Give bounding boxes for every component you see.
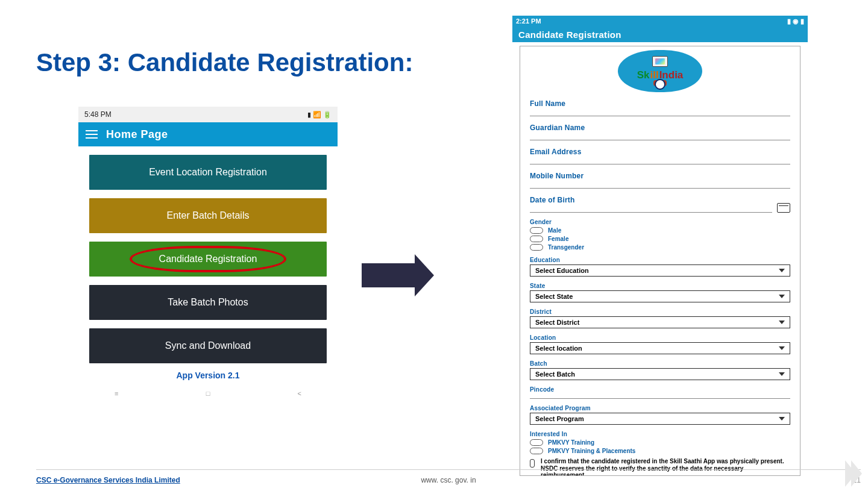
education-select[interactable]: Select Education: [530, 264, 790, 277]
interest-training[interactable]: PMKVY Training: [530, 439, 790, 446]
select-value: Select location: [535, 345, 582, 352]
tile-sync-download[interactable]: Sync and Download: [89, 328, 327, 363]
radio-icon: [530, 439, 543, 446]
app-version: App Version 2.1: [78, 367, 338, 387]
footer-org: CSC e-Governance Services India Limited: [36, 476, 180, 484]
hamburger-icon[interactable]: [86, 130, 98, 139]
location-select[interactable]: Select location: [530, 342, 790, 354]
guardian-input[interactable]: [530, 132, 790, 140]
pincode-input[interactable]: [530, 393, 790, 399]
label-district: District: [530, 308, 790, 315]
radio-icon: [530, 244, 543, 251]
label-program: Associated Program: [530, 405, 790, 411]
label-mobile: Mobile Number: [530, 172, 790, 180]
phone-registration: 2:21 PM ▮ ◉ ▮ Candidate Registration Ski…: [512, 16, 808, 480]
flow-arrow-icon: [362, 254, 434, 296]
nav-home-icon[interactable]: □: [206, 390, 210, 397]
tile-label: Enter Batch Details: [167, 210, 250, 221]
label-interest: Interested In: [530, 431, 790, 437]
tile-batch-details[interactable]: Enter Batch Details: [89, 198, 327, 233]
select-value: Select Education: [535, 267, 589, 274]
calendar-icon[interactable]: [777, 203, 790, 213]
status-time: 5:48 PM: [84, 110, 112, 119]
phone-home: 5:48 PM ▮📶🔋 Home Page Event Location Reg…: [78, 107, 338, 401]
label-gender: Gender: [530, 219, 790, 225]
chevron-down-icon: [779, 295, 785, 298]
state-select[interactable]: Select State: [530, 290, 790, 302]
radio-label: Male: [548, 227, 561, 234]
label-email: Email Address: [530, 148, 790, 156]
tile-label: Candidate Registration: [159, 254, 257, 264]
interest-training-placements[interactable]: PMKVY Training & Placements: [530, 448, 790, 454]
logo-text: Sk: [637, 69, 650, 81]
radio-icon: [530, 236, 543, 242]
form-card: Skill India Full Name Guardian Name Emai…: [520, 46, 800, 476]
decor-chevrons-icon: [850, 460, 862, 487]
android-nav: ≡ □ <: [78, 387, 338, 401]
status-bar: 2:21 PM ▮ ◉ ▮: [512, 16, 808, 27]
tile-label: Take Batch Photos: [168, 297, 248, 308]
tile-event-location[interactable]: Event Location Registration: [89, 155, 327, 190]
tile-candidate-registration[interactable]: Candidate Registration: [89, 242, 327, 277]
radio-label: PMKVY Training: [548, 439, 594, 446]
gender-male[interactable]: Male: [530, 227, 790, 234]
label-pincode: Pincode: [530, 386, 790, 393]
status-icons: ▮ ◉ ▮: [787, 17, 804, 25]
nav-recent-icon[interactable]: ≡: [115, 390, 118, 397]
chevron-down-icon: [779, 372, 785, 376]
label-full-name: Full Name: [530, 99, 790, 108]
chevron-down-icon: [779, 346, 785, 350]
label-education: Education: [530, 257, 790, 263]
label-guardian: Guardian Name: [530, 124, 790, 132]
lens-icon: [653, 80, 667, 86]
app-header: Home Page: [78, 122, 338, 146]
status-bar: 5:48 PM ▮📶🔋: [78, 107, 338, 122]
radio-icon: [530, 448, 543, 454]
label-batch: Batch: [530, 360, 790, 367]
chevron-down-icon: [779, 417, 785, 421]
full-name-input[interactable]: [530, 108, 790, 116]
dob-input[interactable]: [530, 204, 772, 213]
radio-label: Female: [548, 236, 568, 242]
radio-label: Transgender: [548, 244, 584, 251]
checkbox-icon: [530, 459, 535, 468]
chevron-down-icon: [779, 269, 785, 272]
status-icons: ▮📶🔋: [306, 110, 332, 119]
tile-label: Event Location Registration: [149, 167, 267, 178]
nav-back-icon[interactable]: <: [298, 390, 301, 397]
tile-batch-photos[interactable]: Take Batch Photos: [89, 285, 327, 320]
radio-label: PMKVY Training & Placements: [548, 448, 635, 454]
gender-transgender[interactable]: Transgender: [530, 244, 790, 251]
footer-site: www. csc. gov. in: [421, 476, 476, 484]
program-select[interactable]: Select Program: [530, 413, 790, 425]
district-select[interactable]: Select District: [530, 316, 790, 328]
email-input[interactable]: [530, 156, 790, 164]
slide-title: Step 3: Candidate Registration:: [36, 48, 413, 77]
form-header: Candidate Registration: [512, 27, 808, 42]
batch-select[interactable]: Select Batch: [530, 368, 790, 380]
header-title: Home Page: [106, 128, 168, 141]
skill-india-logo: Skill India: [618, 50, 702, 92]
radio-icon: [530, 227, 543, 234]
select-value: Select District: [535, 319, 579, 326]
mobile-input[interactable]: [530, 180, 790, 189]
select-value: Select State: [535, 293, 573, 300]
home-tiles: Event Location Registration Enter Batch …: [78, 146, 338, 367]
emblem-icon: [652, 56, 668, 67]
select-value: Select Batch: [535, 371, 575, 378]
label-location: Location: [530, 334, 790, 341]
label-dob: Date of Birth: [530, 196, 772, 204]
slide-footer: CSC e-Governance Services India Limited …: [36, 469, 861, 484]
tile-label: Sync and Download: [165, 340, 251, 351]
label-state: State: [530, 283, 790, 289]
select-value: Select Program: [535, 415, 584, 422]
chevron-down-icon: [779, 321, 785, 324]
gender-female[interactable]: Female: [530, 236, 790, 242]
status-time: 2:21 PM: [516, 17, 541, 25]
